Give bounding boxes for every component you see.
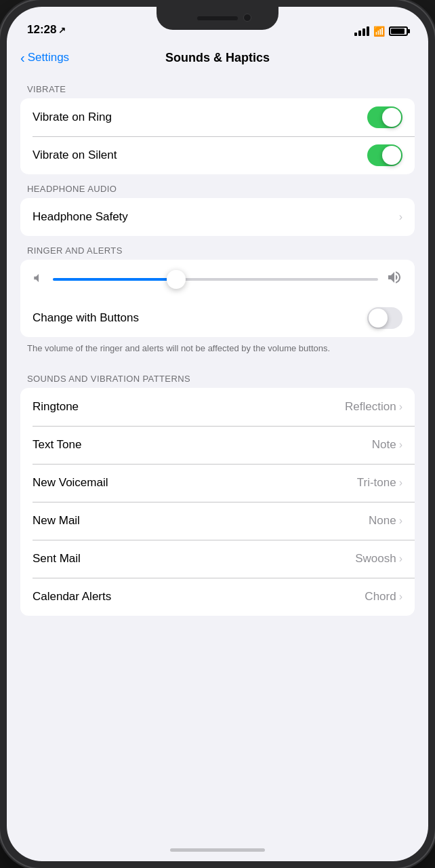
signal-bar-2	[358, 31, 361, 36]
ringer-section-footer: The volume of the ringer and alerts will…	[7, 337, 428, 364]
home-indicator	[7, 838, 428, 861]
status-icons: 📶	[354, 26, 408, 37]
text-tone-row[interactable]: Text Tone Note ›	[20, 426, 415, 464]
ringtone-value: Reflection ›	[345, 400, 402, 414]
ringer-section: RINGER AND ALERTS Change with Buttons	[7, 236, 428, 364]
chevron-right-icon: ›	[399, 515, 402, 527]
ringtone-row[interactable]: Ringtone Reflection ›	[20, 388, 415, 426]
text-tone-label: Text Tone	[33, 438, 81, 452]
headphone-safety-row[interactable]: Headphone Safety ›	[20, 198, 415, 236]
ringer-section-header: RINGER AND ALERTS	[7, 236, 428, 260]
back-button[interactable]: ‹ Settings	[20, 50, 69, 66]
chevron-right-icon: ›	[399, 591, 402, 603]
battery-icon	[389, 26, 408, 36]
volume-low-icon	[33, 272, 45, 288]
speaker	[197, 16, 238, 20]
sent-mail-label: Sent Mail	[33, 552, 81, 566]
new-mail-row[interactable]: New Mail None ›	[20, 502, 415, 540]
vibrate-on-ring-toggle[interactable]	[367, 106, 402, 128]
location-arrow-icon: ↗	[58, 25, 66, 35]
notch	[157, 7, 278, 30]
vibrate-card: Vibrate on Ring Vibrate on Silent	[20, 98, 415, 174]
volume-slider-fill	[53, 278, 176, 281]
sounds-patterns-header: SOUNDS AND VIBRATION PATTERNS	[7, 364, 428, 388]
content-area: VIBRATE Vibrate on Ring Vibrate on Silen…	[7, 75, 428, 838]
camera	[243, 14, 251, 22]
toggle-thumb	[382, 108, 401, 127]
volume-slider-thumb[interactable]	[167, 270, 186, 289]
new-voicemail-label: New Voicemail	[33, 476, 108, 490]
vibrate-on-silent-toggle[interactable]	[367, 144, 402, 166]
ringtone-label: Ringtone	[33, 400, 79, 414]
calendar-alerts-value: Chord ›	[365, 590, 402, 604]
calendar-alerts-current: Chord	[365, 590, 396, 604]
back-label: Settings	[28, 51, 69, 64]
back-chevron-icon: ‹	[20, 50, 25, 66]
vibrate-on-silent-label: Vibrate on Silent	[33, 149, 117, 162]
sent-mail-value: Swoosh ›	[355, 552, 402, 566]
signal-bar-1	[354, 33, 357, 36]
vibrate-section: VIBRATE Vibrate on Ring Vibrate on Silen…	[7, 75, 428, 174]
volume-slider-track[interactable]	[53, 278, 378, 281]
chevron-right-icon: ›	[399, 439, 402, 451]
new-voicemail-current: Tri-tone	[357, 476, 396, 490]
screen: 12:28 ↗ 📶 ‹ Settings	[7, 7, 428, 861]
sounds-patterns-section: SOUNDS AND VIBRATION PATTERNS Ringtone R…	[7, 364, 428, 616]
change-with-buttons-row[interactable]: Change with Buttons	[20, 299, 415, 337]
sounds-patterns-card: Ringtone Reflection › Text Tone Note ›	[20, 388, 415, 616]
new-voicemail-row[interactable]: New Voicemail Tri-tone ›	[20, 464, 415, 502]
calendar-alerts-row[interactable]: Calendar Alerts Chord ›	[20, 578, 415, 616]
signal-bar-4	[367, 26, 369, 36]
new-mail-label: New Mail	[33, 514, 80, 528]
battery-fill	[391, 28, 405, 34]
home-bar	[170, 848, 265, 852]
signal-bar-3	[362, 28, 365, 36]
chevron-right-icon: ›	[399, 211, 402, 223]
text-tone-current: Note	[372, 438, 396, 452]
new-mail-value: None ›	[369, 514, 402, 528]
text-tone-value: Note ›	[372, 438, 402, 452]
volume-high-icon	[386, 269, 402, 290]
vibrate-on-ring-row[interactable]: Vibrate on Ring	[20, 98, 415, 136]
change-with-buttons-toggle[interactable]	[367, 307, 402, 329]
headphone-safety-value: ›	[399, 211, 402, 223]
nav-bar: ‹ Settings Sounds & Haptics	[7, 41, 428, 75]
vibrate-on-ring-label: Vibrate on Ring	[33, 111, 112, 124]
phone-frame: 12:28 ↗ 📶 ‹ Settings	[0, 0, 435, 868]
headphone-section-header: HEADPHONE AUDIO	[7, 174, 428, 198]
new-voicemail-value: Tri-tone ›	[357, 476, 402, 490]
ringer-card: Change with Buttons	[20, 260, 415, 337]
new-mail-current: None	[369, 514, 396, 528]
wifi-icon: 📶	[373, 26, 385, 37]
volume-slider-row	[20, 260, 415, 299]
headphone-card: Headphone Safety ›	[20, 198, 415, 236]
signal-bars	[354, 26, 369, 36]
headphone-section: HEADPHONE AUDIO Headphone Safety ›	[7, 174, 428, 236]
calendar-alerts-label: Calendar Alerts	[33, 590, 111, 604]
ringtone-current: Reflection	[345, 400, 396, 414]
chevron-right-icon: ›	[399, 401, 402, 413]
chevron-right-icon: ›	[399, 553, 402, 565]
change-with-buttons-label: Change with Buttons	[33, 311, 139, 325]
toggle-thumb	[382, 146, 401, 165]
vibrate-on-silent-row[interactable]: Vibrate on Silent	[20, 136, 415, 174]
status-time: 12:28 ↗	[27, 23, 66, 37]
page-title: Sounds & Haptics	[165, 51, 270, 65]
chevron-right-icon: ›	[399, 477, 402, 489]
sent-mail-current: Swoosh	[355, 552, 396, 566]
vibrate-section-header: VIBRATE	[7, 75, 428, 98]
toggle-thumb	[369, 309, 388, 328]
sent-mail-row[interactable]: Sent Mail Swoosh ›	[20, 540, 415, 578]
headphone-safety-label: Headphone Safety	[33, 210, 128, 224]
time-label: 12:28	[27, 23, 56, 37]
